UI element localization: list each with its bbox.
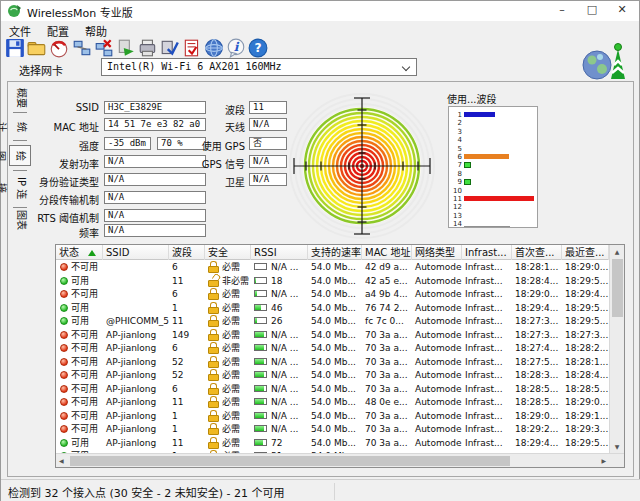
column-header-2[interactable]: SSID — [103, 245, 169, 260]
table-row[interactable]: 不可用AP-jianlong1必需N/A ...54.0 Mb...70 3a … — [56, 409, 609, 423]
table-row[interactable]: 不可用6必需N/A ...54.0 Mb...42 d9 a...Automod… — [56, 260, 609, 274]
column-header-6[interactable]: 支持的速率 — [308, 245, 362, 260]
table-row[interactable]: 可用1必需4654.0 Mb...76 74 2...AutomodeInfra… — [56, 301, 609, 315]
cell-infrastructure: Infrast... — [462, 274, 512, 288]
minimize-button[interactable]: – — [547, 1, 577, 21]
cell-last-seen: 18:29:5... — [562, 314, 609, 328]
cell-status: 可用 — [56, 301, 103, 315]
table-row[interactable]: 不可用AP-jianlong52必需N/A ...54.0 Mb...70 3a… — [56, 368, 609, 382]
cell-first-seen: 18:27:5... — [512, 355, 562, 369]
field-value: N/A — [104, 224, 206, 237]
maximize-button[interactable]: □ — [577, 1, 607, 21]
horizontal-scrollbar[interactable]: ◀ ▶ — [56, 453, 624, 467]
column-header-4[interactable]: 安全 — [205, 245, 251, 260]
printer-button[interactable] — [138, 38, 158, 58]
scroll-up-icon[interactable]: ▲ — [610, 248, 624, 255]
cell-rssi: 46 — [251, 301, 308, 315]
cell-band: 11 — [169, 395, 205, 409]
device-check-button[interactable] — [160, 38, 180, 58]
horizontal-scroll-thumb[interactable] — [70, 456, 510, 466]
status-bar-separator — [334, 483, 335, 500]
open-folder-button[interactable] — [27, 38, 47, 58]
table-row[interactable]: 可用AP-jianlong11必需7254.0 Mb...70 3a a...A… — [56, 436, 609, 450]
lock-closed-icon — [208, 261, 217, 271]
scroll-left-icon[interactable]: ◀ — [59, 457, 64, 464]
cell-first-seen: 18:28:5... — [512, 395, 562, 409]
close-button[interactable]: ✕ — [607, 1, 637, 21]
lock-closed-icon — [208, 396, 217, 406]
help-button[interactable]: ? — [248, 38, 268, 58]
cell-network-type: Automode — [412, 274, 462, 288]
column-header-5[interactable]: RSSI — [251, 245, 308, 260]
field-label: SSID — [15, 102, 99, 113]
lock-closed-icon — [208, 288, 217, 298]
column-header-9[interactable]: Infrast... — [462, 245, 512, 260]
table-row[interactable]: 可用@PHICOMM_5611必需2654.0 Mb...fc 7c 0...A… — [56, 314, 609, 328]
cell-ssid: AP-jianlong — [103, 355, 169, 369]
export-gps-button[interactable] — [116, 38, 136, 58]
channel-label: 14 — [450, 220, 462, 228]
lock-closed-icon — [208, 356, 217, 366]
cell-security: 必需 — [205, 395, 251, 409]
cell-mac: 70 3a a... — [362, 368, 412, 382]
cell-mac: 70 3a a... — [362, 328, 412, 342]
cell-band: 1 — [169, 422, 205, 436]
channel-label: 12 — [450, 203, 462, 211]
column-header-10[interactable]: 首次查... — [512, 245, 562, 260]
cell-rate: 54.0 Mb... — [308, 422, 362, 436]
lock-closed-icon — [208, 302, 217, 312]
vertical-scrollbar[interactable]: ▲ ▼ — [609, 245, 624, 453]
table-row[interactable]: 不可用AP-jianlong6必需N/A ...54.0 Mb...70 3a … — [56, 341, 609, 355]
column-header-7[interactable]: MAC 地址 — [362, 245, 412, 260]
table-row[interactable]: 不可用AP-jianlong149必需N/A ...54.0 Mb...70 3… — [56, 328, 609, 342]
table-row[interactable]: 不可用AP-jianlong11必需N/A ...54.0 Mb...48 0e… — [56, 395, 609, 409]
info-button[interactable]: i — [226, 38, 246, 58]
vertical-scroll-thumb[interactable] — [612, 259, 623, 317]
save-button[interactable] — [5, 38, 25, 58]
column-header-11[interactable]: 最近查... — [562, 245, 609, 260]
channel-label: 11 — [450, 195, 462, 203]
table-row[interactable]: 不可用AP-jianlong52必需N/A ...54.0 Mb...70 3a… — [56, 355, 609, 369]
scroll-right-icon[interactable]: ▶ — [601, 457, 606, 464]
cell-ssid: AP-jianlong — [103, 341, 169, 355]
field-label: 分段传输机制 — [15, 192, 99, 207]
rssi-bar-icon — [254, 344, 267, 351]
adapter-select[interactable]: Intel(R) Wi-Fi 6 AX201 160MHz — [101, 58, 417, 76]
rssi-bar-icon — [254, 425, 267, 432]
table-row[interactable]: 不可用AP-jianlong6必需N/A ...54.0 Mb...70 3a … — [56, 382, 609, 396]
lock-closed-icon — [208, 315, 217, 325]
cell-mac: 70 3a a... — [362, 422, 412, 436]
cell-mac: 70 3a a... — [362, 382, 412, 396]
cell-ssid — [103, 274, 169, 288]
cell-last-seen: 18:29:1... — [562, 409, 609, 423]
table-row[interactable]: 不可用AP-jianlong1必需N/A ...54.0 Mb...70 3a … — [56, 422, 609, 436]
field-value: N/A — [104, 191, 206, 204]
gauge-button[interactable] — [49, 38, 69, 58]
cell-last-seen: 18:29:5... — [562, 301, 609, 315]
network-delete-button[interactable] — [94, 38, 114, 58]
checklist-button[interactable] — [182, 38, 202, 58]
status-unavailable-icon — [60, 425, 68, 433]
column-header-1[interactable]: 状态 — [56, 245, 103, 260]
cell-last-seen: 18:28:1... — [562, 355, 609, 369]
column-header-8[interactable]: 网络类型 — [412, 245, 462, 260]
cell-status: 不可用 — [56, 355, 103, 369]
app-window: WirelessMon 专业版 – □ ✕ 文件配置帮助 i ? 选择网卡 In… — [0, 0, 640, 501]
table-row[interactable]: 不可用6必需N/A ...54.0 Mb...a4 9b 4...Automod… — [56, 287, 609, 301]
title-bar: WirelessMon 专业版 – □ ✕ — [1, 1, 639, 21]
rssi-bar-icon — [254, 304, 267, 311]
network-button[interactable] — [72, 38, 92, 58]
cell-network-type: Automode — [412, 395, 462, 409]
cell-ssid — [103, 301, 169, 315]
cell-rssi: N/A ... — [251, 287, 308, 301]
cell-mac: a4 9b 4... — [362, 287, 412, 301]
cell-rssi: N/A ... — [251, 368, 308, 382]
scroll-down-icon[interactable]: ▼ — [610, 443, 624, 450]
web-button[interactable] — [204, 38, 224, 58]
cell-network-type: Automode — [412, 382, 462, 396]
status-available-icon — [60, 317, 68, 325]
cell-security: 必需 — [205, 260, 251, 274]
table-row[interactable]: 可用11非必需1854.0 Mb...42 a5 e...AutomodeInf… — [56, 274, 609, 288]
column-header-3[interactable]: 波段 — [169, 245, 205, 260]
cell-rate: 54.0 Mb... — [308, 287, 362, 301]
